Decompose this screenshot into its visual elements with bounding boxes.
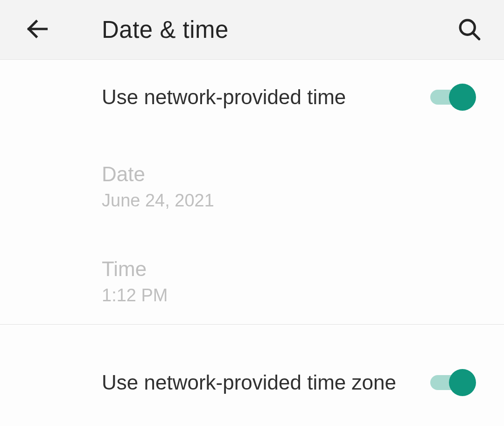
setting-time: Time 1:12 PM bbox=[102, 229, 485, 324]
date-label: Date bbox=[102, 163, 485, 186]
setting-date: Date June 24, 2021 bbox=[102, 135, 485, 229]
search-icon bbox=[457, 17, 481, 43]
setting-network-timezone[interactable]: Use network-provided time zone bbox=[102, 345, 485, 420]
network-timezone-toggle[interactable] bbox=[430, 369, 476, 396]
search-button[interactable] bbox=[455, 16, 483, 44]
setting-label: Use network-provided time zone bbox=[102, 369, 396, 396]
toggle-thumb bbox=[449, 84, 476, 111]
setting-label: Use network-provided time bbox=[102, 83, 346, 111]
app-header: Date & time bbox=[0, 0, 504, 60]
toggle-thumb bbox=[449, 369, 476, 396]
setting-network-time[interactable]: Use network-provided time bbox=[102, 60, 485, 135]
date-value: June 24, 2021 bbox=[102, 191, 485, 211]
settings-content-2: Use network-provided time zone bbox=[0, 325, 504, 420]
time-value: 1:12 PM bbox=[102, 285, 485, 305]
page-title: Date & time bbox=[102, 16, 229, 43]
svg-line-2 bbox=[473, 32, 479, 39]
time-label: Time bbox=[102, 257, 485, 281]
settings-content: Use network-provided time Date June 24, … bbox=[0, 60, 504, 324]
back-arrow-icon bbox=[25, 17, 49, 43]
network-time-toggle[interactable] bbox=[430, 84, 476, 111]
back-button[interactable] bbox=[23, 16, 51, 44]
